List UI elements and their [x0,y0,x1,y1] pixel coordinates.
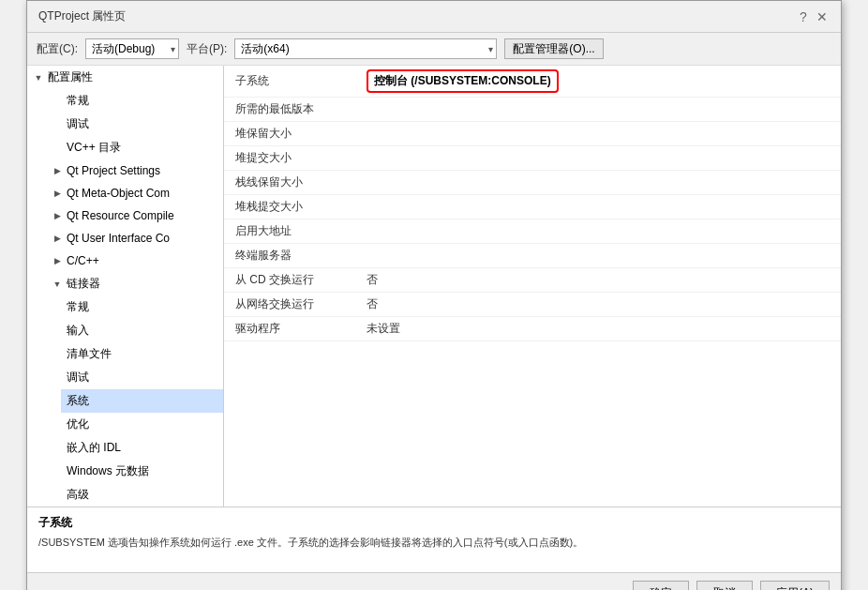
prop-value[interactable]: 否 [355,293,841,317]
tree-item-linker-debug[interactable]: 调试 [61,366,223,389]
apply-button[interactable]: 应用(A) [760,581,830,590]
dialog-title: QTProject 属性页 [38,8,126,24]
tree-item-qtui[interactable]: ▶ Qt User Interface Co [46,227,223,250]
general-expand-icon [50,94,65,109]
debug-expand-icon [50,117,65,132]
tree-item-qtmeta-label: Qt Meta-Object Com [65,187,170,200]
bottom-bar: 确定 取消 应用(A) [27,572,841,590]
vcpp-expand-icon [50,141,65,156]
prop-name: 从 CD 交换运行 [224,268,355,293]
prop-value [355,146,841,171]
config-select[interactable]: 活动(Debug) [85,38,179,59]
tree-item-debug[interactable]: 调试 [46,113,223,136]
config-manager-button[interactable]: 配置管理器(O)... [504,38,603,59]
prop-value [355,195,841,219]
prop-name: 堆栈提交大小 [224,195,355,219]
prop-row: 堆保留大小 [224,122,841,146]
prop-row: 终端服务器 [224,244,841,268]
linker-input-label: 输入 [65,323,89,339]
prop-name: 堆保留大小 [224,122,355,146]
platform-label: 平台(P): [187,41,227,57]
tree-item-debug-label: 调试 [65,116,89,132]
linker-advanced-label: 高级 [65,487,89,503]
tree-item-linker-optimize[interactable]: 优化 [61,413,223,436]
tree-children: 常规 调试 VC++ 目录 ▶ [27,89,223,507]
linker-debug-label: 调试 [65,370,89,386]
prop-name: 启用大地址 [224,219,355,244]
qtresource-expand-icon: ▶ [50,208,65,223]
prop-name: 栈线保留大小 [224,171,355,195]
desc-text: /SUBSYSTEM 选项告知操作系统如何运行 .exe 文件。子系统的选择会影… [38,535,830,551]
linker-children: 常规 输入 清单文件 调试 [46,295,223,507]
tree-item-qtproject[interactable]: ▶ Qt Project Settings [46,159,223,182]
prop-row: 栈线保留大小 [224,171,841,195]
prop-value [355,244,841,268]
tree-item-linker-windows[interactable]: Windows 元数据 [61,460,223,483]
prop-row: 堆栈提交大小 [224,195,841,219]
tree-item-linker-idl[interactable]: 嵌入的 IDL [61,436,223,460]
tree-item-qtmeta[interactable]: ▶ Qt Meta-Object Com [46,182,223,204]
prop-value [355,122,841,146]
tree-panel: ▼ 配置属性 常规 调试 [27,66,224,507]
tree-item-linker-system[interactable]: 系统 [61,389,223,413]
tree-item-linker-general[interactable]: 常规 [61,295,223,319]
tree-item-vcpp[interactable]: VC++ 目录 [46,136,223,159]
main-content: ▼ 配置属性 常规 调试 [27,66,841,507]
tree-item-vcpp-label: VC++ 目录 [65,140,121,156]
tree-item-qtresource[interactable]: ▶ Qt Resource Compile [46,204,223,227]
tree-item-qtproject-label: Qt Project Settings [65,164,160,177]
tree-root[interactable]: ▼ 配置属性 [27,66,223,89]
highlighted-value: 控制台 (/SUBSYSTEM:CONSOLE) [367,69,559,93]
prop-name: 驱动程序 [224,317,355,341]
prop-value [355,98,841,122]
prop-value [355,219,841,244]
cancel-button[interactable]: 取消 [696,581,753,590]
prop-row: 所需的最低版本 [224,98,841,122]
prop-row: 堆提交大小 [224,146,841,171]
title-bar: QTProject 属性页 ? ✕ [27,1,841,33]
root-expand-icon: ▼ [31,70,46,85]
tree-item-qtui-label: Qt User Interface Co [65,232,170,245]
prop-name: 堆提交大小 [224,146,355,171]
help-button[interactable]: ? [796,9,811,24]
tree-item-linker-advanced[interactable]: 高级 [61,483,223,507]
tree-item-linker[interactable]: ▼ 链接器 [46,272,223,295]
linker-manifest-label: 清单文件 [65,346,112,362]
config-bar: 配置(C): 活动(Debug) 平台(P): 活动(x64) 配置管理器(O)… [27,33,841,66]
tree-item-general-label: 常规 [65,93,89,109]
cpp-expand-icon: ▶ [50,253,65,268]
config-select-wrapper: 活动(Debug) [85,38,179,59]
tree-item-qtresource-label: Qt Resource Compile [65,209,174,222]
prop-row: 从网络交换运行否 [224,293,841,317]
tree-item-general[interactable]: 常规 [46,89,223,113]
platform-select[interactable]: 活动(x64) [234,38,497,59]
tree-item-linker-manifest[interactable]: 清单文件 [61,342,223,366]
tree-item-cpp[interactable]: ▶ C/C++ [46,250,223,272]
title-controls: ? ✕ [796,9,830,24]
linker-windows-label: Windows 元数据 [65,463,149,479]
prop-row: 启用大地址 [224,219,841,244]
properties-dialog: QTProject 属性页 ? ✕ 配置(C): 活动(Debug) 平台(P)… [26,0,842,590]
prop-name: 终端服务器 [224,244,355,268]
tree-item-linker-input[interactable]: 输入 [61,319,223,342]
tree-root-label: 配置属性 [46,69,93,85]
property-panel: 子系统控制台 (/SUBSYSTEM:CONSOLE)所需的最低版本堆保留大小堆… [224,66,841,507]
tree-item-linker-label: 链接器 [65,276,100,292]
ok-button[interactable]: 确定 [633,581,689,590]
prop-name: 子系统 [224,66,355,98]
prop-value[interactable]: 控制台 (/SUBSYSTEM:CONSOLE) [355,66,841,98]
linker-general-label: 常规 [65,299,89,315]
close-button[interactable]: ✕ [815,9,830,24]
linker-optimize-label: 优化 [65,416,89,432]
prop-value [355,171,841,195]
qtui-expand-icon: ▶ [50,231,65,246]
prop-row: 子系统控制台 (/SUBSYSTEM:CONSOLE) [224,66,841,98]
linker-expand-icon: ▼ [50,277,65,292]
prop-value[interactable]: 否 [355,268,841,293]
platform-select-wrapper: 活动(x64) [234,38,497,59]
prop-value[interactable]: 未设置 [355,317,841,341]
qtmeta-expand-icon: ▶ [50,186,65,201]
prop-row: 驱动程序未设置 [224,317,841,341]
desc-title: 子系统 [38,515,830,531]
linker-idl-label: 嵌入的 IDL [65,440,121,456]
